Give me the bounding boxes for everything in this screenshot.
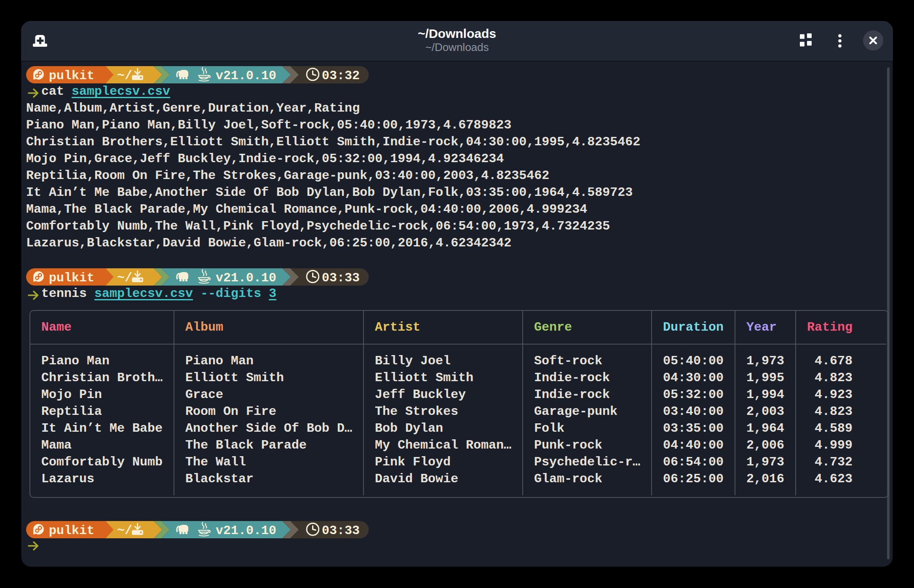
svg-text:v21.0.10: v21.0.10	[216, 69, 276, 83]
svg-text:pulkit: pulkit	[49, 271, 94, 285]
svg-text:v21.0.10: v21.0.10	[216, 271, 276, 285]
svg-text:~/: ~/	[117, 524, 132, 538]
svg-text:v21.0.10: v21.0.10	[216, 524, 276, 538]
svg-text:03:33: 03:33	[322, 271, 360, 285]
svg-text:03:33: 03:33	[322, 524, 360, 538]
svg-text:pulkit: pulkit	[49, 69, 94, 83]
svg-text:03:32: 03:32	[322, 69, 360, 83]
svg-text:~/: ~/	[117, 271, 132, 285]
svg-text:pulkit: pulkit	[49, 524, 94, 538]
svg-text:~/: ~/	[117, 69, 132, 83]
